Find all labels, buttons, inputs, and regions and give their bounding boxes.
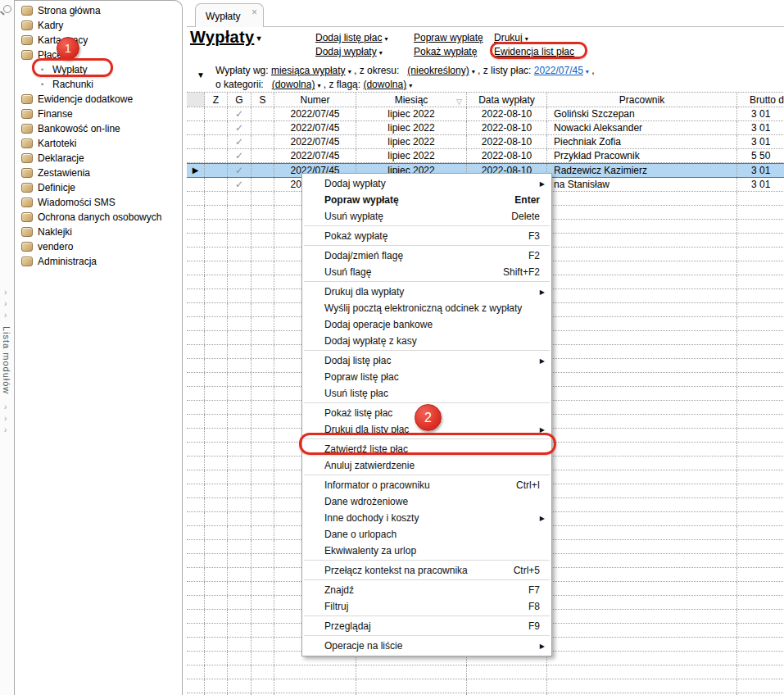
toolbar-link-popraw-wyplate[interactable]: Popraw wypłatę — [414, 32, 483, 43]
menu-item-dodaj-zmien-flage[interactable]: Dodaj/zmień flagęF2 — [302, 248, 551, 264]
filter-link-okres[interactable]: (nieokreślony) — [407, 65, 469, 76]
sidebar-item-definicje[interactable]: Definicje — [15, 180, 182, 195]
filter-link-kategoria[interactable]: (dowolna) — [272, 79, 315, 90]
menu-item-usun-flage[interactable]: Usuń flagęShift+F2 — [302, 264, 551, 280]
home-icon — [21, 6, 33, 16]
menu-item-drukuj-dla-listy-plac[interactable]: Drukuj dla listy płac▶ — [302, 421, 551, 438]
menu-item-popraw-wyplate[interactable]: Popraw wypłatęEnter — [302, 192, 551, 208]
shortcut-label: Enter — [514, 192, 540, 208]
sidebar-item-strona-glowna[interactable]: Strona główna — [15, 3, 182, 18]
menu-item-operacje-na-liscie[interactable]: Operacje na liście▶ — [302, 638, 551, 654]
menu-item-inne-dochody-i-koszty[interactable]: Inne dochody i koszty▶ — [302, 510, 551, 526]
sidebar-item-ewidencje-dodatkowe[interactable]: Ewidencje dodatkowe — [15, 92, 182, 107]
close-icon[interactable]: × — [252, 7, 257, 18]
files-icon — [21, 139, 33, 148]
table-row[interactable]: ✓ 2022/07/45 lipiec 2022 2022-08-10 Przy… — [187, 149, 784, 163]
module-strip[interactable]: › › › Lista modułów › › › — [0, 0, 15, 695]
column-header-g[interactable]: G — [228, 93, 252, 107]
menu-item-pokaz-liste-plac[interactable]: Pokaż listę płac — [302, 405, 551, 421]
administration-icon — [21, 257, 33, 266]
menu-item-przegladaj[interactable]: PrzeglądajF9 — [302, 618, 551, 634]
menu-separator — [304, 225, 550, 226]
labels-icon — [21, 227, 33, 237]
column-header-z[interactable]: Z — [205, 93, 228, 107]
menu-item-wyslij-poczta-odcinek[interactable]: Wyślij pocztą elektroniczną odcinek z wy… — [302, 300, 551, 316]
menu-item-anuluj-zatwierdzenie[interactable]: Anuluj zatwierdzenie — [302, 457, 551, 474]
data-protection-icon — [21, 212, 33, 222]
filter-expand-icon[interactable]: ▼ — [197, 70, 205, 79]
sidebar-item-karta-pracy[interactable]: Karta pracy — [15, 33, 182, 48]
menu-item-dodaj-wyplaty[interactable]: Dodaj wypłaty▶ — [302, 175, 551, 192]
column-header-numer[interactable]: Numer — [274, 93, 356, 107]
toolbar-link-pokaz-wyplate[interactable]: Pokaż wypłatę — [414, 46, 477, 57]
column-header-marker[interactable] — [187, 93, 205, 107]
menu-item-dodaj-operacje-bankowe[interactable]: Dodaj operacje bankowe — [302, 316, 551, 333]
sidebar-item-vendero[interactable]: vendero — [15, 239, 182, 254]
menu-item-dane-o-urlopach[interactable]: Dane o urlopach — [302, 526, 551, 543]
menu-item-zatwierdz-liste-plac[interactable]: Zatwierdź listę płac — [302, 441, 551, 457]
column-header-brutto[interactable]: Brutto d — [737, 93, 784, 107]
row-marker-icon: ▶ — [187, 164, 205, 177]
caret-down-icon: ▾ — [525, 35, 528, 43]
submenu-arrow-icon: ▶ — [540, 176, 545, 193]
menu-item-informator-o-pracowniku[interactable]: Informator o pracownikuCtrl+I — [302, 477, 551, 493]
menu-item-znajdz[interactable]: ZnajdźF7 — [302, 582, 551, 598]
banking-icon — [21, 124, 33, 134]
sidebar-item-finanse[interactable]: Finanse — [15, 107, 182, 121]
shortcut-label: Ctrl+5 — [514, 562, 540, 579]
tab-strip-divider — [187, 26, 784, 27]
menu-item-dane-wdrozeniowe[interactable]: Dane wdrożeniowe — [302, 493, 551, 510]
menu-item-dodaj-wyplate-z-kasy[interactable]: Dodaj wypłatę z kasy — [302, 333, 551, 349]
sidebar-item-naklejki[interactable]: Naklejki — [15, 225, 182, 239]
menu-item-ekwiwalenty-za-urlop[interactable]: Ekwiwalenty za urlop — [302, 543, 551, 559]
filter-link-lista-plac[interactable]: 2022/07/45 — [534, 65, 583, 76]
table-row[interactable]: ✓ 2022/07/45 lipiec 2022 2022-08-10 Piec… — [187, 135, 784, 149]
menu-item-przelacz-kontekst[interactable]: Przełącz kontekst na pracownikaCtrl+5 — [302, 562, 551, 579]
menu-item-usun-liste-plac[interactable]: Usuń listę płac — [302, 385, 551, 402]
sidebar-item-wiadomosci-sms[interactable]: Wiadomości SMS — [15, 195, 182, 210]
sidebar-item-ochrona-danych[interactable]: Ochrona danych osobowych — [15, 210, 182, 225]
sidebar-item-wyplaty[interactable]: •Wypłaty — [15, 62, 182, 77]
toolbar-link-dodaj-wyplaty[interactable]: Dodaj wypłaty▾ — [315, 46, 383, 57]
shortcut-label: F7 — [528, 582, 540, 598]
pin-icon — [3, 5, 11, 13]
sidebar-item-kartoteki[interactable]: Kartoteki — [15, 136, 182, 151]
menu-separator — [304, 438, 550, 439]
menu-item-usun-wyplate[interactable]: Usuń wypłatęDelete — [302, 208, 551, 225]
app-window: › › › Lista modułów › › › Strona główna … — [0, 0, 784, 695]
reports-icon — [21, 168, 33, 178]
tab-wyplaty[interactable]: Wypłaty × — [195, 3, 264, 27]
column-header-pracownik[interactable]: Pracownik — [547, 93, 737, 107]
check-icon: ✓ — [228, 178, 252, 191]
sidebar-item-deklaracje[interactable]: Deklaracje — [15, 151, 182, 166]
filter-link-flaga[interactable]: (dowolna) — [363, 79, 406, 90]
filter-link-wyplaty-wg[interactable]: miesiąca wypłaty — [271, 65, 346, 76]
toolbar-link-ewidencja-list-plac[interactable]: Ewidencja list płac — [494, 46, 574, 57]
check-icon: ✓ — [228, 149, 252, 162]
menu-item-pokaz-wyplate[interactable]: Pokaż wypłatęF3 — [302, 228, 551, 244]
chevron-icon: › — [4, 403, 7, 411]
menu-item-dodaj-liste-plac[interactable]: Dodaj listę płac▶ — [302, 352, 551, 369]
filter-line-1: Wypłaty wg: miesiąca wypłaty▾ , z okresu… — [215, 65, 595, 76]
toolbar-link-drukuj[interactable]: Drukuj▾ — [494, 32, 528, 43]
toolbar-link-dodaj-liste-plac[interactable]: Dodaj listę płac▾ — [315, 32, 387, 43]
menu-item-filtruj[interactable]: FiltrujF8 — [302, 598, 551, 615]
table-empty-row — [187, 665, 784, 679]
sidebar-item-bankowosc-on-line[interactable]: Bankowość on-line — [15, 121, 182, 136]
sidebar-item-rachunki[interactable]: •Rachunki — [15, 77, 182, 92]
column-header-miesiac[interactable]: Miesiąc▽ — [356, 93, 467, 107]
column-header-s[interactable]: S — [252, 93, 274, 107]
sidebar-item-place[interactable]: Płace — [15, 48, 182, 62]
menu-item-drukuj-dla-wyplaty[interactable]: Drukuj dla wypłaty▶ — [302, 284, 551, 300]
sidebar-item-administracja[interactable]: Administracja — [15, 254, 182, 269]
sort-icon[interactable]: ▽ — [456, 94, 462, 107]
sidebar-item-kadry[interactable]: Kadry — [15, 18, 182, 33]
sidebar-item-zestawienia[interactable]: Zestawienia — [15, 166, 182, 180]
tab-label: Wypłaty — [206, 11, 241, 22]
column-header-data-wyplaty[interactable]: Data wypłaty — [467, 93, 547, 107]
menu-item-popraw-liste-plac[interactable]: Popraw listę płac — [302, 369, 551, 385]
caret-down-icon: ▾ — [256, 34, 261, 43]
table-row[interactable]: ✓ 2022/07/45 lipiec 2022 2022-08-10 Goli… — [187, 107, 784, 121]
page-title[interactable]: Wypłaty▾ — [190, 28, 261, 47]
table-row[interactable]: ✓ 2022/07/45 lipiec 2022 2022-08-10 Nowa… — [187, 121, 784, 135]
